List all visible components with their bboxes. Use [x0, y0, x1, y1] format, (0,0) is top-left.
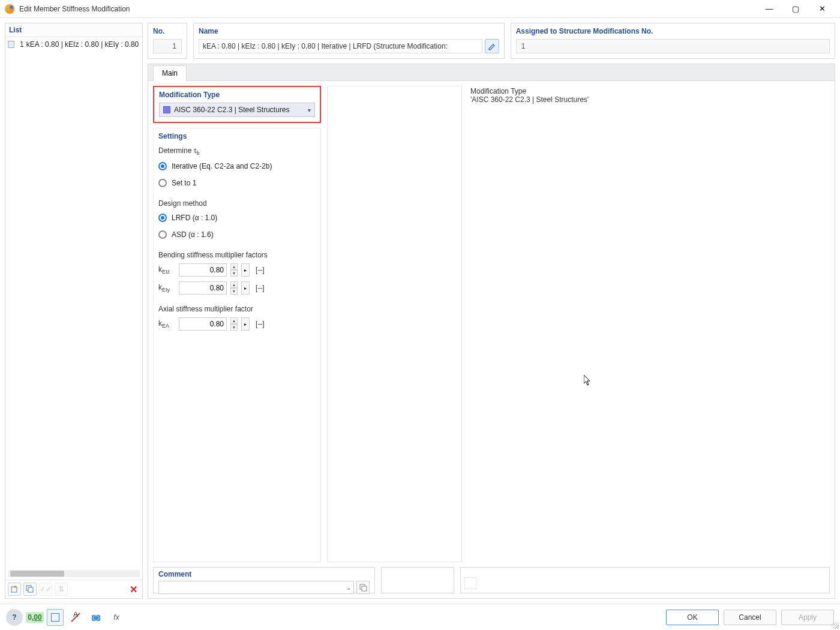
minimize-button[interactable]: —	[756, 0, 782, 18]
close-button[interactable]: ✕	[809, 0, 835, 18]
app-icon	[5, 4, 14, 14]
window-title: Edit Member Stiffness Modification	[19, 5, 756, 13]
title-bar: Edit Member Stiffness Modification — ▢ ✕	[0, 0, 840, 18]
maximize-button[interactable]: ▢	[782, 0, 809, 18]
